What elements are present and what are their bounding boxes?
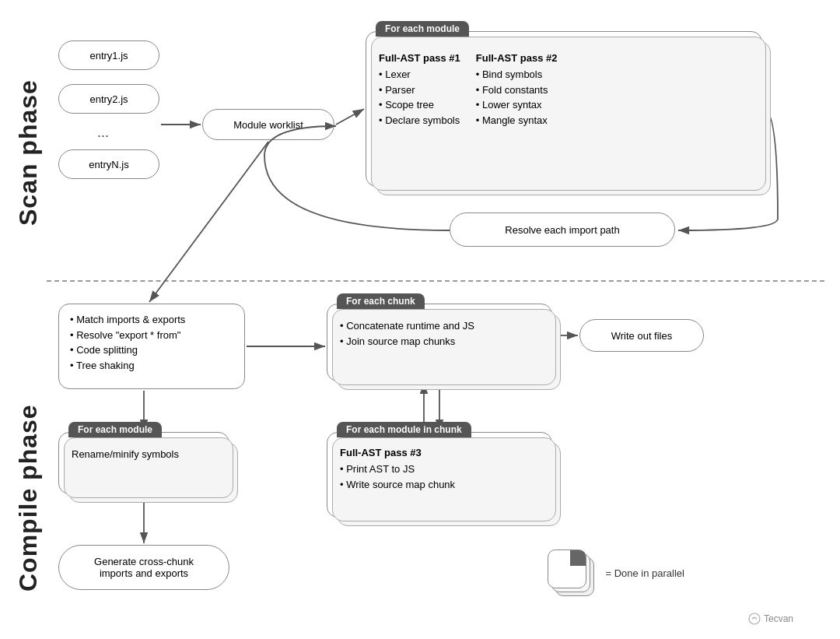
legend-card-front xyxy=(548,549,586,588)
for-each-module-compile-box: For each module Rename/minify symbols xyxy=(58,432,229,494)
module-worklist-pill: Module worklist xyxy=(202,109,334,140)
ellipsis: ... xyxy=(97,125,109,141)
for-each-module-in-chunk-tab: For each module in chunk xyxy=(337,422,471,437)
legend-dark-corner xyxy=(570,550,586,566)
entry1-pill: entry1.js xyxy=(58,40,159,70)
legend: = Done in parallel xyxy=(548,549,684,596)
legend-cards xyxy=(548,549,594,596)
svg-point-0 xyxy=(749,613,760,624)
for-each-chunk-box: For each chunk Concatenate runtime and J… xyxy=(327,304,552,381)
pass1-title: Full-AST pass #1 xyxy=(379,52,460,64)
svg-line-4 xyxy=(336,109,364,125)
write-out-files-pill: Write out files xyxy=(579,319,704,352)
compile-phase-label: Compile phase xyxy=(14,350,43,592)
scan-phase-label: Scan phase xyxy=(14,47,43,226)
pass3-list: Print AST to JS Write source map chunk xyxy=(340,462,539,492)
resolve-import-pill: Resolve each import path xyxy=(450,212,675,247)
entryN-pill: entryN.js xyxy=(58,149,159,179)
pass2-list: Bind symbols Fold constants Lower syntax… xyxy=(476,67,558,128)
compile-step1-box: Match imports & exports Resolve "export … xyxy=(58,304,245,389)
pass3-title: Full-AST pass #3 xyxy=(340,447,539,458)
svg-line-5 xyxy=(149,142,268,302)
chunk-list: Concatenate runtime and JS Join source m… xyxy=(340,318,539,349)
entry2-pill: entry2.js xyxy=(58,84,159,114)
pass2-title: Full-AST pass #2 xyxy=(476,52,558,64)
for-each-module-in-chunk-box: For each module in chunk Full-AST pass #… xyxy=(327,432,552,518)
watermark: Tecvan xyxy=(748,613,793,625)
rename-minify-text: Rename/minify symbols xyxy=(72,447,216,462)
main-container: Scan phase Compile phase entry1.js entry… xyxy=(0,0,840,639)
for-each-module-scan-tab: For each module xyxy=(376,21,469,37)
generate-cross-chunk-pill: Generate cross-chunk imports and exports xyxy=(58,545,229,590)
for-each-module-compile-tab: For each module xyxy=(68,422,162,437)
for-each-module-scan-box: For each module Full-AST pass #1 Lexer P… xyxy=(366,31,762,187)
legend-text: = Done in parallel xyxy=(605,567,684,579)
tecvan-icon xyxy=(748,613,761,625)
for-each-chunk-tab: For each chunk xyxy=(337,293,425,309)
compile-step1-list: Match imports & exports Resolve "export … xyxy=(70,312,233,373)
phase-divider xyxy=(47,280,824,282)
pass1-list: Lexer Parser Scope tree Declare symbols xyxy=(379,67,460,128)
